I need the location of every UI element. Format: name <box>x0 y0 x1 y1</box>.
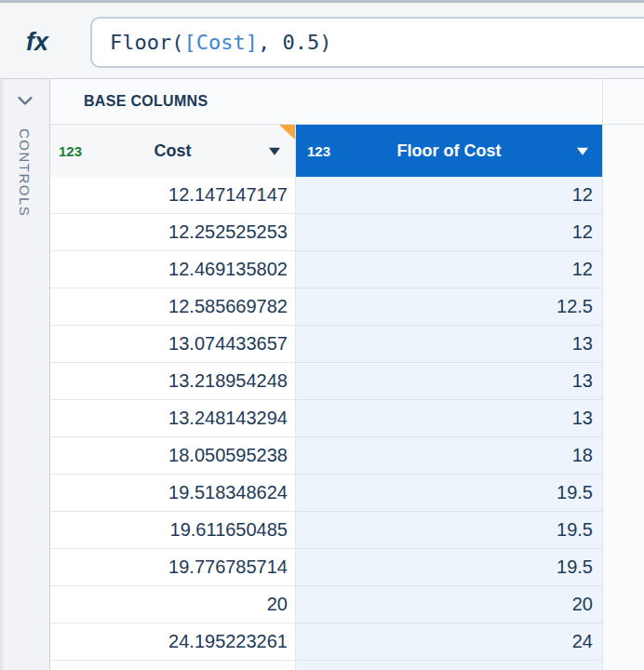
cost-cell[interactable]: 19.518348624 <box>50 475 296 512</box>
table-row: 2020 <box>50 586 644 623</box>
table-row: 13.21895424813 <box>50 363 644 400</box>
corner-marker-icon <box>279 125 295 140</box>
cost-cell[interactable]: 19.611650485 <box>50 512 296 549</box>
controls-panel-label[interactable]: CONTROLS <box>17 128 33 217</box>
table-row: 12.58566978212.5 <box>50 288 644 326</box>
formula-bar: fx Floor([Cost], 0.5) <box>0 0 644 79</box>
column-header-cost[interactable]: 123 Cost <box>50 125 296 177</box>
chevron-down-icon[interactable] <box>17 93 34 110</box>
numeric-type-icon: 123 <box>59 143 82 159</box>
table-row: 24.19522326124 <box>50 623 644 661</box>
table-row: 13.24814329413 <box>50 400 644 437</box>
floor-of-cost-cell[interactable] <box>296 661 602 670</box>
formula-input[interactable]: Floor([Cost], 0.5) <box>90 17 644 68</box>
table-row: 19.51834862419.5 <box>50 475 644 512</box>
table-row-partial <box>50 661 644 670</box>
table-body: 12.1471471471212.2525252531212.469135802… <box>50 177 644 670</box>
cost-cell[interactable]: 13.218954248 <box>50 363 296 400</box>
floor-of-cost-cell[interactable]: 12 <box>296 177 602 214</box>
floor-of-cost-cell[interactable]: 13 <box>296 363 602 400</box>
floor-of-cost-cell[interactable]: 20 <box>296 586 602 623</box>
fx-icon: fx <box>26 28 48 57</box>
cost-cell[interactable]: 18.050595238 <box>50 437 296 475</box>
cost-cell[interactable]: 12.252525253 <box>50 214 296 251</box>
cost-cell[interactable]: 12.469135802 <box>50 251 296 288</box>
table-area: BASE COLUMNS 123 Cost 123 Floor of Cost … <box>50 79 644 670</box>
spreadsheet-app: fx Floor([Cost], 0.5) CONTROLS BASE COLU… <box>0 0 644 670</box>
controls-panel: CONTROLS <box>0 79 50 670</box>
section-header: BASE COLUMNS <box>50 79 644 125</box>
cost-cell[interactable] <box>50 661 296 670</box>
main-area: CONTROLS BASE COLUMNS 123 Cost 123 Floor… <box>0 79 644 670</box>
column-dropdown-icon[interactable] <box>577 148 588 155</box>
table-row: 12.46913580212 <box>50 251 644 288</box>
floor-of-cost-cell[interactable]: 12 <box>296 251 602 288</box>
table-row: 13.07443365713 <box>50 326 644 363</box>
table-row: 12.14714714712 <box>50 177 644 214</box>
column-header-row: 123 Cost 123 Floor of Cost <box>50 125 644 177</box>
cost-cell[interactable]: 20 <box>50 586 296 623</box>
floor-of-cost-cell[interactable]: 13 <box>296 400 602 437</box>
floor-of-cost-cell[interactable]: 24 <box>296 623 602 661</box>
section-header-label: BASE COLUMNS <box>84 93 208 110</box>
table-row: 19.61165048519.5 <box>50 512 644 549</box>
numeric-type-icon: 123 <box>307 143 330 159</box>
column-title: Cost <box>50 141 295 161</box>
floor-of-cost-cell[interactable]: 18 <box>296 437 602 475</box>
table-row: 18.05059523818 <box>50 437 644 475</box>
table-row: 19.77678571419.5 <box>50 549 644 586</box>
floor-of-cost-cell[interactable]: 19.5 <box>296 512 602 549</box>
cost-cell[interactable]: 12.585669782 <box>50 288 296 326</box>
cost-cell[interactable]: 13.074433657 <box>50 326 296 363</box>
column-dropdown-icon[interactable] <box>269 148 280 155</box>
column-header-floor-of-cost[interactable]: 123 Floor of Cost <box>296 125 602 177</box>
floor-of-cost-cell[interactable]: 19.5 <box>296 475 602 512</box>
formula-args-text: , 0.5) <box>258 31 331 54</box>
column-title: Floor of Cost <box>296 141 602 161</box>
formula-column-reference: [Cost] <box>183 31 257 54</box>
floor-of-cost-cell[interactable]: 12.5 <box>296 288 602 326</box>
cost-cell[interactable]: 13.248143294 <box>50 400 296 437</box>
floor-of-cost-cell[interactable]: 12 <box>296 214 602 251</box>
floor-of-cost-cell[interactable]: 19.5 <box>296 549 602 586</box>
cost-cell[interactable]: 12.147147147 <box>50 177 296 214</box>
floor-of-cost-cell[interactable]: 13 <box>296 326 602 363</box>
formula-function-text: Floor( <box>110 31 183 54</box>
table-row: 12.25252525312 <box>50 214 644 251</box>
cost-cell[interactable]: 24.195223261 <box>50 623 296 661</box>
cost-cell[interactable]: 19.776785714 <box>50 549 296 586</box>
